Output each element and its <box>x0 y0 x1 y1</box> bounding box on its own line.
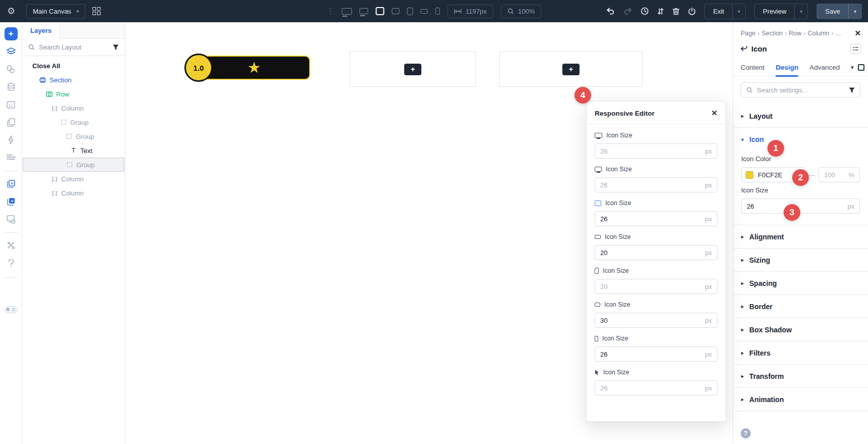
tools-icon[interactable] <box>5 239 18 252</box>
icon-size-input-phone-landscape[interactable] <box>600 317 705 324</box>
add-element-plus-button[interactable]: + <box>404 64 421 75</box>
color-swatch[interactable] <box>746 171 753 179</box>
close-icon[interactable]: ✕ <box>711 109 717 118</box>
row-icon <box>46 91 53 97</box>
canvas-selector-dropdown[interactable]: Main Canvas ▾ <box>26 4 85 19</box>
list-rows-icon[interactable] <box>5 151 18 164</box>
section-layout[interactable]: ▸ Layout <box>733 105 868 128</box>
add-element-button[interactable]: + <box>5 27 18 40</box>
breakpoint-active-tablet-landscape-icon[interactable] <box>376 7 384 15</box>
lightning-icon[interactable] <box>5 133 18 146</box>
section-box-shadow[interactable]: ▸Box Shadow <box>733 318 868 341</box>
filter-funnel-icon[interactable] <box>113 44 119 50</box>
tabs-caret-icon[interactable]: ▾ <box>851 64 854 71</box>
chevron-right-icon: ▸ <box>741 234 744 239</box>
kebab-menu-icon[interactable]: ⋮ <box>327 7 334 16</box>
help-button[interactable]: ? <box>741 428 751 438</box>
layers-icon[interactable] <box>5 45 18 58</box>
breakpoint-indicator-icon[interactable] <box>858 64 864 71</box>
tree-item-row[interactable]: Row <box>22 87 125 101</box>
rating-bar[interactable]: ★ <box>198 56 310 80</box>
section-transform[interactable]: ▸Transform <box>733 365 868 388</box>
settings-search[interactable]: Search settings... <box>741 82 860 97</box>
chevron-right-icon: ▸ <box>741 304 744 309</box>
database-icon[interactable] <box>5 80 18 93</box>
section-icon-header[interactable]: ▾ Icon <box>733 128 868 151</box>
undo-icon[interactable] <box>606 8 615 15</box>
empty-column-2[interactable]: + <box>499 52 643 87</box>
filter-funnel-icon[interactable] <box>849 87 855 93</box>
redo-icon[interactable] <box>623 8 632 15</box>
grid-view-icon[interactable] <box>92 7 101 15</box>
tab-layers[interactable]: Layers <box>22 22 60 39</box>
tab-advanced[interactable]: Advanced <box>809 59 840 76</box>
card-icon[interactable] <box>5 98 18 111</box>
icon-size-input-tablet-landscape-active[interactable] <box>600 215 705 223</box>
canvas-width-field[interactable]: 1197px <box>448 5 494 18</box>
exit-dropdown-caret-icon[interactable]: ▾ <box>732 4 745 19</box>
tab-design[interactable]: Design <box>776 59 798 76</box>
rail-divider <box>4 232 18 233</box>
breadcrumb-item[interactable]: Column <box>807 30 829 37</box>
section-border[interactable]: ▸Border <box>733 295 868 318</box>
breakpoint-desktop-icon[interactable] <box>342 8 352 15</box>
opacity-input[interactable] <box>824 171 848 179</box>
tree-item-group[interactable]: Group <box>22 115 125 129</box>
tree-item-text[interactable]: T Text <box>22 143 125 158</box>
back-arrow-icon[interactable] <box>741 46 747 52</box>
breakpoint-tablet-landscape-icon[interactable] <box>392 8 400 14</box>
select-container-icon[interactable] <box>5 195 18 208</box>
section-animation[interactable]: ▸Animation <box>733 388 868 411</box>
select-element-icon[interactable] <box>5 177 18 190</box>
presets-icon[interactable] <box>850 43 861 54</box>
breadcrumb-item[interactable]: ... <box>836 30 841 37</box>
tab-content[interactable]: Content <box>741 59 764 76</box>
preview-dropdown-caret-icon[interactable]: ▾ <box>794 4 807 19</box>
copy-pages-icon[interactable] <box>5 116 18 129</box>
close-icon[interactable]: ✕ <box>854 29 861 38</box>
tree-item-column[interactable]: [□] Column <box>22 101 125 115</box>
icon-size-input-phone-portrait[interactable] <box>600 351 705 358</box>
help-icon[interactable] <box>5 257 18 270</box>
power-icon[interactable] <box>688 8 696 15</box>
tree-item-group[interactable]: Group <box>22 129 125 143</box>
preview-button[interactable]: Preview ▾ <box>754 4 808 19</box>
section-spacing[interactable]: ▸Spacing <box>733 272 868 295</box>
section-filters[interactable]: ▸Filters <box>733 341 868 365</box>
settings-toggle[interactable]: ⚙ <box>5 306 18 313</box>
icon-size-input-desktop[interactable] <box>600 147 705 155</box>
save-dropdown-caret-icon[interactable]: ▾ <box>848 4 861 19</box>
canvas-zoom-field[interactable]: 100% <box>501 5 541 18</box>
tree-item-column[interactable]: [□] Column <box>22 172 125 186</box>
add-element-plus-button[interactable]: + <box>562 64 580 75</box>
icon-size-input-desktop-small[interactable] <box>600 181 705 189</box>
design-library-icon[interactable] <box>5 63 18 76</box>
icon-size-input-tablet-landscape[interactable] <box>600 249 705 257</box>
empty-column-1[interactable]: + <box>350 52 476 87</box>
tree-item-section[interactable]: Section <box>22 73 125 87</box>
rating-circle[interactable]: 1.0 <box>184 54 213 82</box>
breakpoint-tablet-portrait-icon[interactable] <box>407 8 413 15</box>
breadcrumb-item[interactable]: Page <box>741 30 755 37</box>
exit-button[interactable]: Exit ▾ <box>704 4 746 19</box>
section-sizing[interactable]: ▸Sizing <box>733 249 868 272</box>
trash-icon[interactable] <box>672 8 680 15</box>
sort-arrows-icon[interactable] <box>657 8 664 15</box>
breakpoint-phone-landscape-icon[interactable] <box>421 9 428 14</box>
tree-item-column[interactable]: [□] Column <box>22 186 125 200</box>
breadcrumb-item[interactable]: Row <box>789 30 801 37</box>
gear-icon[interactable]: ⚙ <box>0 6 22 17</box>
layers-search[interactable]: Search Layout <box>22 39 125 56</box>
section-alignment[interactable]: ▸Alignment <box>733 225 868 249</box>
breakpoint-desktop-small-icon[interactable] <box>360 8 368 14</box>
save-button[interactable]: Save ▾ <box>816 4 862 19</box>
icon-size-input-hover[interactable] <box>600 384 705 392</box>
history-clock-icon[interactable] <box>641 7 649 15</box>
breadcrumb-item[interactable]: Section <box>761 30 783 37</box>
icon-size-input-tablet-portrait[interactable] <box>600 283 705 290</box>
close-all-button[interactable]: Close All <box>22 59 125 73</box>
device-settings-icon[interactable] <box>5 213 18 226</box>
color-hex-value: F0CF2E <box>758 171 782 179</box>
tree-item-group-selected[interactable]: Group <box>23 158 124 172</box>
breakpoint-phone-portrait-icon[interactable] <box>436 8 440 15</box>
